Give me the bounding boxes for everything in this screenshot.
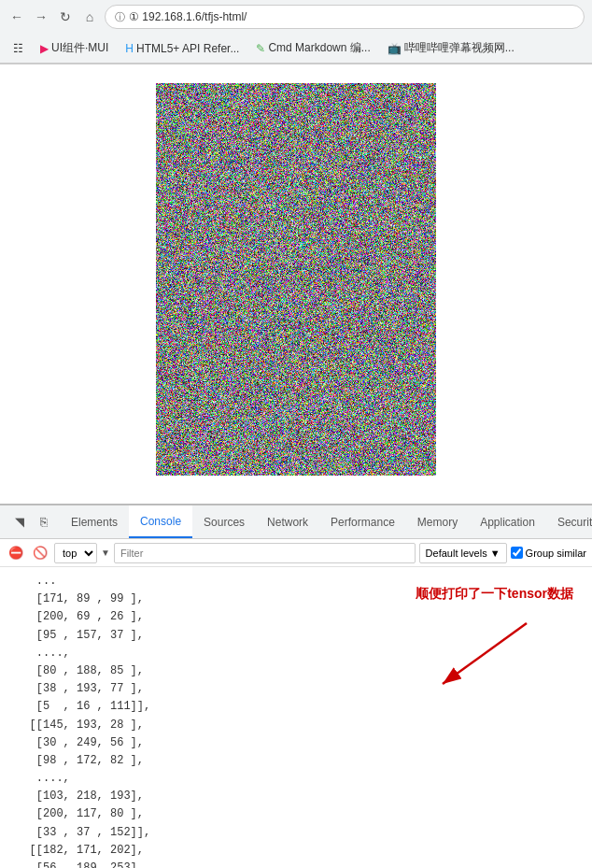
tab-sources[interactable]: Sources (192, 505, 256, 538)
group-similar-checkbox[interactable] (511, 547, 523, 559)
tab-elements[interactable]: Elements (60, 505, 129, 538)
nav-bar: ← → ↻ ⌂ ⓘ ① 192.168.1.6/tfjs-html/ (0, 0, 592, 34)
tab-elements-label: Elements (71, 516, 118, 529)
noise-image-container (156, 83, 436, 476)
console-line: [103, 218, 193], (9, 788, 583, 805)
inspect-element-button[interactable]: ◥ (9, 512, 30, 533)
tab-sources-label: Sources (204, 516, 245, 529)
console-line: [56 , 189, 253], (9, 860, 583, 868)
tab-application-label: Application (480, 516, 535, 529)
console-line: [98 , 172, 82 ], (9, 752, 583, 770)
bookmark-ui[interactable]: ▶ UI组件·MUI (35, 38, 114, 58)
bookmark-ui-icon: ▶ (40, 42, 49, 55)
tab-console[interactable]: Console (129, 505, 192, 538)
url-text: ① 192.168.1.6/tfjs-html/ (129, 10, 247, 23)
levels-label: Default levels ▼ (426, 548, 500, 559)
group-similar-label[interactable]: Group similar (511, 547, 586, 559)
console-settings-button[interactable]: 🚫 (30, 543, 50, 563)
tab-security-label: Security (557, 516, 592, 529)
devtools-tabs-bar: ◥ ⎘ Elements Console Sources Network Per… (0, 505, 592, 539)
bookmark-cmd-label: Cmd Markdown 编... (268, 40, 370, 56)
tab-security[interactable]: Security (546, 505, 592, 538)
bookmark-html5-icon: H (125, 42, 134, 55)
bookmark-cmd[interactable]: ✎ Cmd Markdown 编... (250, 38, 375, 58)
bookmark-apps[interactable]: ☷ (7, 40, 29, 57)
devtools-icon-group: ◥ ⎘ (4, 512, 60, 533)
default-levels-button[interactable]: Default levels ▼ (419, 543, 507, 563)
console-line: [5 , 16 , 111]], (9, 698, 583, 716)
bookmark-video[interactable]: 📺 哔哩哔哩弹幕视频网... (382, 38, 520, 58)
console-line: [[182, 171, 202], (9, 842, 583, 860)
home-button[interactable]: ⌂ (80, 7, 99, 26)
lock-icon: ⓘ (115, 10, 125, 24)
devtools-toolbar: ⛔ 🚫 top ▼ Default levels ▼ Group similar (0, 539, 592, 567)
console-output: ... [171, 89 , 99 ], [200, 69 , 26 ], [9… (0, 567, 592, 868)
apps-grid-icon: ☷ (13, 42, 23, 55)
bookmark-html5-label: HTML5+ API Refer... (136, 42, 239, 55)
console-line: ...., (9, 770, 583, 788)
bookmark-html5[interactable]: H HTML5+ API Refer... (120, 40, 245, 57)
group-similar-text: Group similar (526, 548, 586, 559)
address-bar[interactable]: ⓘ ① 192.168.1.6/tfjs-html/ (105, 5, 585, 29)
back-button[interactable]: ← (7, 7, 26, 26)
annotation-text: 顺便打印了一下tensor数据 (416, 586, 573, 603)
context-arrow-icon: ▼ (101, 548, 110, 558)
tab-network[interactable]: Network (256, 505, 319, 538)
tab-network-label: Network (267, 516, 308, 529)
devtools-panel: ◥ ⎘ Elements Console Sources Network Per… (0, 504, 592, 868)
bookmark-ui-label: UI组件·MUI (51, 40, 108, 56)
tab-application[interactable]: Application (469, 505, 546, 538)
console-annotation-container: ... [171, 89 , 99 ], [200, 69 , 26 ], [9… (0, 567, 592, 868)
tab-performance[interactable]: Performance (319, 505, 406, 538)
main-content (0, 64, 592, 504)
bookmarks-bar: ☷ ▶ UI组件·MUI H HTML5+ API Refer... ✎ Cmd… (0, 34, 592, 64)
device-toolbar-button[interactable]: ⎘ (34, 512, 54, 533)
console-line: [30 , 249, 56 ], (9, 734, 583, 752)
bookmark-video-label: 哔哩哔哩弹幕视频网... (404, 40, 514, 56)
noise-canvas (156, 83, 436, 476)
console-line: [[145, 193, 28 ], (9, 717, 583, 734)
context-selector[interactable]: top (54, 543, 97, 563)
bookmark-cmd-icon: ✎ (256, 42, 265, 55)
tab-performance-label: Performance (331, 516, 395, 529)
annotation-arrow (424, 619, 536, 693)
console-line: [200, 117, 80 ], (9, 805, 583, 823)
svg-line-1 (443, 623, 527, 684)
refresh-button[interactable]: ↻ (56, 7, 75, 26)
tab-memory-label: Memory (417, 516, 458, 529)
bookmark-video-icon: 📺 (388, 42, 402, 55)
clear-console-button[interactable]: ⛔ (6, 543, 26, 563)
tab-console-label: Console (140, 515, 181, 528)
console-line: [33 , 37 , 152]], (9, 824, 583, 842)
tab-memory[interactable]: Memory (406, 505, 469, 538)
filter-input[interactable] (114, 543, 416, 563)
forward-button[interactable]: → (32, 7, 50, 26)
